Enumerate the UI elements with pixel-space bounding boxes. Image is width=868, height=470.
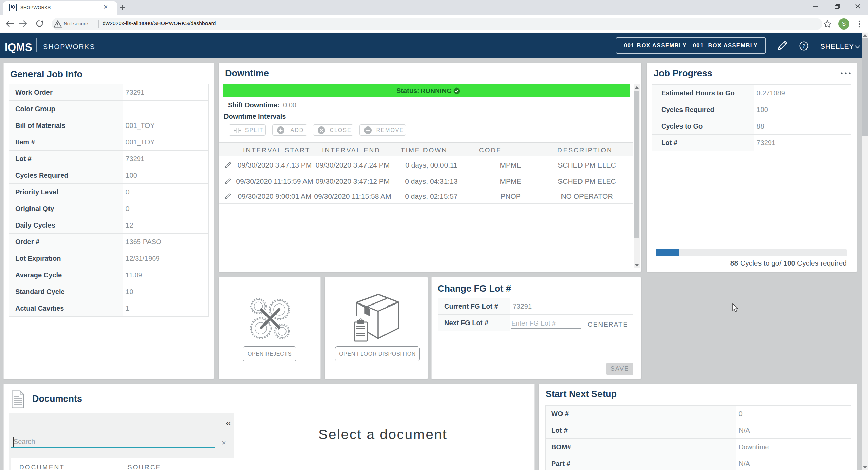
svg-text:?: ? — [802, 43, 805, 49]
